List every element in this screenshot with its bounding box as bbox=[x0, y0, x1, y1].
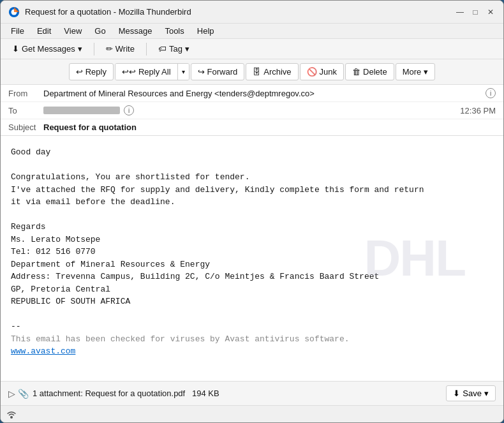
menu-tools[interactable]: Tools bbox=[159, 25, 189, 37]
body-line-7: Regards bbox=[11, 221, 493, 234]
window-controls: — □ ✕ bbox=[455, 7, 496, 17]
menu-edit[interactable]: Edit bbox=[32, 25, 56, 37]
body-line-14 bbox=[11, 308, 493, 321]
body-line-12: GP, Pretoria Central bbox=[11, 283, 493, 296]
body-line-1: Good day bbox=[11, 146, 493, 159]
menu-help[interactable]: Help bbox=[192, 25, 219, 37]
reply-all-icon: ↩↩ bbox=[122, 67, 136, 77]
attachment-expand-icon[interactable]: ▷ bbox=[8, 389, 15, 399]
body-line-10: Department of Mineral Resources & Energy bbox=[11, 258, 493, 271]
attachment-size: 194 KB bbox=[192, 389, 219, 398]
status-bar bbox=[1, 405, 503, 422]
menu-file[interactable]: File bbox=[6, 25, 29, 37]
write-button[interactable]: ✏ Write bbox=[100, 41, 141, 56]
forward-icon: ↪ bbox=[198, 67, 205, 77]
archive-button[interactable]: 🗄 Archive bbox=[246, 63, 298, 80]
archive-icon: 🗄 bbox=[253, 67, 261, 77]
toolbar-separator bbox=[94, 43, 94, 56]
archive-label: Archive bbox=[263, 67, 291, 77]
title-bar: Request for a quotation - Mozilla Thunde… bbox=[1, 1, 503, 24]
write-label: Write bbox=[115, 44, 135, 54]
tag-dropdown-icon[interactable]: ▾ bbox=[185, 44, 189, 54]
tag-button[interactable]: 🏷 Tag ▾ bbox=[152, 41, 196, 56]
save-icon: ⬇ bbox=[453, 389, 460, 398]
attachment-bar: ▷ 📎 1 attachment: Request for a quotatio… bbox=[1, 381, 503, 405]
save-label: Save bbox=[463, 389, 482, 398]
tag-label: Tag bbox=[169, 44, 182, 54]
save-dropdown-icon[interactable]: ▾ bbox=[484, 389, 489, 398]
body-line-9: Tel: 012 516 0770 bbox=[11, 246, 493, 258]
minimize-button[interactable]: — bbox=[455, 7, 465, 17]
subject-row: Subject Request for a quotation bbox=[1, 119, 503, 135]
to-value-blurred bbox=[43, 107, 120, 114]
junk-icon: 🚫 bbox=[307, 67, 317, 77]
window-title: Request for a quotation - Mozilla Thunde… bbox=[25, 7, 455, 17]
delete-icon: 🗑 bbox=[352, 67, 360, 77]
body-line-2 bbox=[11, 159, 493, 172]
get-messages-button[interactable]: ⬇ Get Messages ▾ bbox=[6, 41, 89, 56]
app-icon bbox=[8, 6, 20, 18]
subject-label: Subject bbox=[8, 122, 43, 132]
avast-link-line: www.avast.com bbox=[11, 345, 493, 358]
reply-icon: ↩ bbox=[76, 67, 83, 77]
reply-button[interactable]: ↩ Reply bbox=[69, 63, 114, 80]
reply-all-label: Reply All bbox=[138, 67, 171, 77]
attachment-paperclip-icon: 📎 bbox=[18, 389, 29, 399]
more-label: More bbox=[403, 67, 422, 77]
subject-value: Request for a quotation bbox=[43, 122, 496, 132]
body-line-13: REPUBLIC OF SOUTH AFRICA bbox=[11, 295, 493, 308]
to-info-icon[interactable]: i bbox=[124, 105, 134, 115]
app-window: Request for a quotation - Mozilla Thunde… bbox=[0, 0, 504, 423]
body-line-3: Congratulations, You are shortlisted for… bbox=[11, 171, 493, 184]
from-value: Department of Mineral Resources and Ener… bbox=[43, 89, 482, 98]
get-messages-label: Get Messages bbox=[22, 44, 75, 54]
body-line-15: -- bbox=[11, 320, 493, 333]
forward-label: Forward bbox=[207, 67, 238, 77]
maximize-button[interactable]: □ bbox=[470, 7, 480, 17]
body-line-8: Ms. Lerato Motsepe bbox=[11, 234, 493, 246]
from-label: From bbox=[8, 89, 43, 98]
svg-point-2 bbox=[10, 416, 13, 419]
get-messages-icon: ⬇ bbox=[12, 44, 19, 54]
body-line-4: I've attached the RFQ for supply and del… bbox=[11, 184, 493, 197]
toolbar-separator-2 bbox=[146, 43, 147, 56]
email-time: 12:36 PM bbox=[460, 106, 496, 115]
junk-button[interactable]: 🚫 Junk bbox=[300, 63, 344, 80]
from-info-icon[interactable]: i bbox=[485, 88, 496, 98]
to-row: To i 12:36 PM bbox=[1, 102, 503, 119]
delete-label: Delete bbox=[363, 67, 387, 77]
reply-all-group: ↩↩ Reply All ▾ bbox=[115, 63, 189, 80]
menu-bar: File Edit View Go Message Tools Help bbox=[1, 24, 503, 39]
menu-go[interactable]: Go bbox=[89, 25, 110, 37]
avast-link[interactable]: www.avast.com bbox=[11, 346, 75, 356]
email-header: From Department of Mineral Resources and… bbox=[1, 85, 503, 136]
delete-button[interactable]: 🗑 Delete bbox=[345, 63, 394, 80]
body-line-11: Address: Trevenna Campus, Building 2C, C… bbox=[11, 271, 493, 283]
attachment-label: 1 attachment: Request for a quotation.pd… bbox=[33, 389, 446, 398]
wifi-icon bbox=[6, 408, 17, 420]
more-button[interactable]: More ▾ bbox=[396, 63, 436, 80]
junk-label: Junk bbox=[320, 67, 337, 77]
save-button[interactable]: ⬇ Save ▾ bbox=[446, 385, 496, 401]
reply-label: Reply bbox=[85, 67, 107, 77]
email-body: DHL Good day Congratulations, You are sh… bbox=[1, 136, 503, 381]
avast-line: This email has been checked for viruses … bbox=[11, 333, 493, 346]
forward-button[interactable]: ↪ Forward bbox=[191, 63, 245, 80]
attachment-text: 1 attachment: Request for a quotation.pd… bbox=[33, 389, 185, 398]
menu-view[interactable]: View bbox=[59, 25, 87, 37]
main-toolbar: ⬇ Get Messages ▾ ✏ Write 🏷 Tag ▾ bbox=[1, 39, 503, 59]
close-button[interactable]: ✕ bbox=[485, 7, 496, 17]
menu-message[interactable]: Message bbox=[114, 25, 158, 37]
to-label: To bbox=[8, 106, 43, 115]
from-row: From Department of Mineral Resources and… bbox=[1, 85, 503, 102]
action-bar: ↩ Reply ↩↩ Reply All ▾ ↪ Forward 🗄 Archi… bbox=[1, 59, 503, 85]
get-messages-dropdown-icon[interactable]: ▾ bbox=[78, 44, 82, 54]
more-dropdown-icon: ▾ bbox=[424, 67, 428, 77]
reply-all-dropdown[interactable]: ▾ bbox=[178, 64, 189, 80]
body-line-6 bbox=[11, 209, 493, 221]
write-icon: ✏ bbox=[106, 44, 113, 54]
body-line-5: it via email before the deadline. bbox=[11, 196, 493, 209]
reply-all-button[interactable]: ↩↩ Reply All bbox=[115, 64, 178, 80]
tag-icon: 🏷 bbox=[158, 44, 167, 54]
